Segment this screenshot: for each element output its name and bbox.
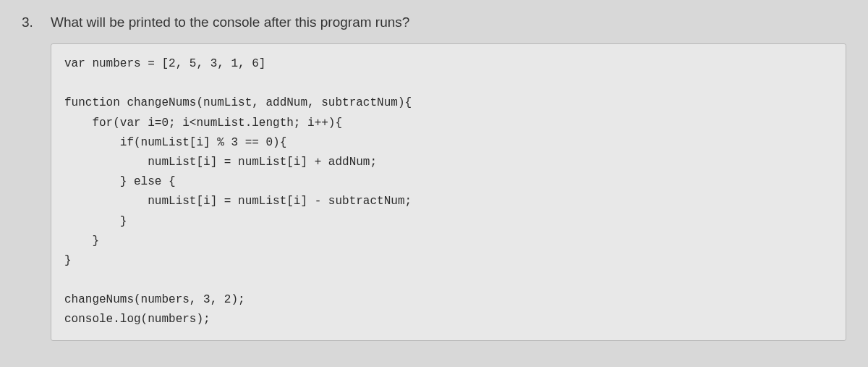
code-block: var numbers = [2, 5, 3, 1, 6] function c… bbox=[51, 43, 846, 341]
question-wrapper: 3. What will be printed to the console a… bbox=[22, 14, 846, 341]
question-content: What will be printed to the console afte… bbox=[51, 14, 846, 341]
question-prompt: What will be printed to the console afte… bbox=[51, 14, 846, 30]
question-number: 3. bbox=[22, 14, 39, 341]
